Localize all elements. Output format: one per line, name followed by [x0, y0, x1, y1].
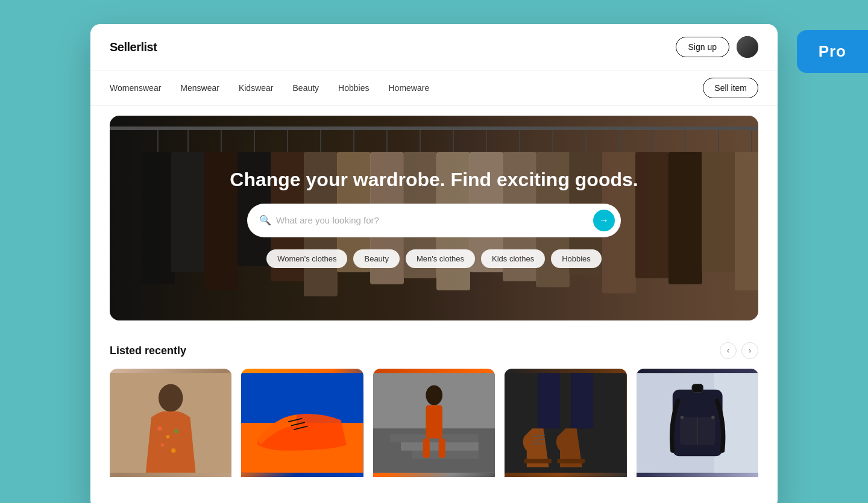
svg-rect-63 — [571, 373, 594, 428]
svg-point-44 — [174, 429, 178, 433]
svg-point-41 — [159, 384, 183, 412]
product-card[interactable] — [373, 369, 495, 490]
svg-point-43 — [166, 435, 170, 439]
header-right: Sign up — [676, 36, 758, 58]
arrow-icon: → — [599, 215, 609, 226]
svg-rect-60 — [438, 439, 445, 458]
sell-item-button[interactable]: Sell item — [703, 78, 758, 98]
nav-item-hobbies[interactable]: Hobbies — [338, 83, 369, 93]
svg-point-57 — [426, 385, 442, 405]
product-image — [637, 369, 758, 477]
tag-hobbies[interactable]: Hobbies — [551, 249, 602, 268]
product-card[interactable] — [505, 369, 626, 490]
next-button[interactable]: › — [741, 342, 758, 359]
svg-rect-72 — [692, 384, 703, 393]
avatar-image — [737, 36, 758, 58]
nav-item-homeware[interactable]: Homeware — [388, 83, 429, 93]
nav-item-menswear[interactable]: Menswear — [180, 83, 219, 93]
nav-item-kidswear[interactable]: Kidswear — [239, 83, 274, 93]
search-bar: 🔍 → — [247, 204, 621, 237]
product-image — [373, 369, 495, 477]
product-card[interactable] — [241, 369, 363, 490]
svg-point-76 — [711, 416, 715, 419]
svg-rect-56 — [412, 451, 478, 459]
product-card[interactable] — [637, 369, 758, 490]
section-header: Listed recently ‹ › — [110, 342, 758, 359]
product-card[interactable] — [110, 369, 231, 490]
product-image — [505, 369, 626, 477]
svg-point-45 — [161, 443, 165, 447]
tag-mens-clothes[interactable]: Men's clothes — [406, 249, 475, 268]
tag-womens-clothes[interactable]: Women's clothes — [266, 249, 347, 268]
svg-point-75 — [680, 416, 684, 419]
svg-rect-64 — [524, 459, 552, 463]
pro-badge: Pro — [797, 30, 868, 73]
svg-rect-58 — [426, 405, 442, 439]
tag-kids-clothes[interactable]: Kids clothes — [481, 249, 545, 268]
search-submit-button[interactable]: → — [593, 210, 615, 231]
svg-rect-65 — [558, 459, 585, 463]
carousel-nav: ‹ › — [720, 342, 758, 359]
browser-window: Sellerlist Sign up Womenswear Menswear K… — [90, 24, 778, 503]
search-input[interactable] — [276, 215, 588, 225]
header: Sellerlist Sign up — [90, 24, 778, 70]
nav-item-beauty[interactable]: Beauty — [293, 83, 319, 93]
search-icon: 🔍 — [259, 214, 271, 226]
svg-point-42 — [157, 426, 162, 431]
search-tags: Women's clothes Beauty Men's clothes Kid… — [266, 249, 602, 268]
avatar[interactable] — [737, 36, 758, 58]
product-grid — [110, 369, 758, 490]
signup-button[interactable]: Sign up — [676, 37, 729, 57]
product-image — [241, 369, 363, 477]
tag-beauty[interactable]: Beauty — [353, 249, 399, 268]
recently-listed-section: Listed recently ‹ › — [90, 330, 778, 503]
hero-title: Change your wardrobe. Find exciting good… — [230, 168, 638, 191]
product-image — [110, 369, 231, 477]
svg-rect-62 — [538, 373, 560, 428]
prev-button[interactable]: ‹ — [720, 342, 737, 359]
nav-item-womenswear[interactable]: Womenswear — [110, 83, 161, 93]
logo: Sellerlist — [110, 40, 157, 54]
section-title: Listed recently — [110, 345, 186, 357]
hero-section: Change your wardrobe. Find exciting good… — [110, 116, 758, 320]
svg-rect-59 — [423, 439, 430, 458]
svg-point-46 — [171, 448, 175, 452]
navigation: Womenswear Menswear Kidswear Beauty Hobb… — [90, 70, 778, 106]
hero-content: Change your wardrobe. Find exciting good… — [110, 168, 758, 267]
